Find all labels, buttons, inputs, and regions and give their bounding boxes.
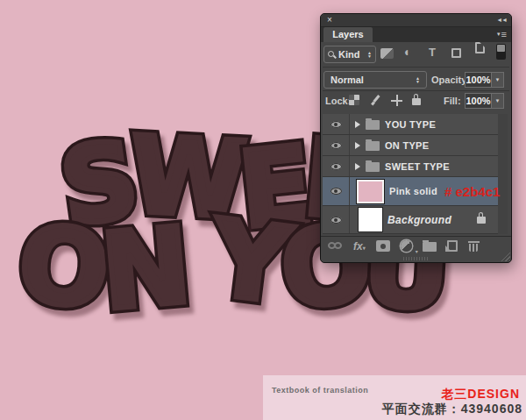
panel-bottom-bar: fx [321, 236, 511, 255]
layers-panel: × ◄◄ Layers ▼≡ Kind ▲▼ ◐ T Normal ▲▼ [320, 13, 512, 263]
group-folder-icon [366, 120, 380, 130]
layer-style-fx-icon[interactable]: fx [353, 240, 366, 253]
layer-row-on-type[interactable]: ON TYPE [323, 135, 498, 156]
kind-filter-dropdown[interactable]: Kind ▲▼ [323, 46, 376, 63]
group-folder-icon [366, 141, 380, 151]
layer-row-pink-solid[interactable]: Pink solid # e2b4c1 [323, 177, 498, 206]
eye-icon[interactable] [331, 121, 342, 128]
eye-icon[interactable] [331, 163, 342, 170]
lock-all-icon[interactable] [412, 98, 421, 105]
fill-label: Fill: [444, 96, 461, 106]
updown-arrows-icon: ▲▼ [367, 51, 372, 58]
lock-paint-icon[interactable] [371, 95, 382, 106]
panel-menu-icon[interactable]: ▼≡ [496, 29, 507, 40]
photoshop-workspace: SWEET ONYOU Textbook of translation 老三DE… [0, 0, 526, 420]
lock-label: Lock: [325, 96, 351, 106]
expand-caret-icon[interactable] [355, 121, 360, 128]
layer-name[interactable]: ON TYPE [385, 140, 429, 151]
opacity-field[interactable]: 100% ▼ [465, 72, 504, 88]
blend-row: Normal ▲▼ Opacity: 100% ▼ [321, 69, 511, 90]
visibility-cell[interactable] [323, 177, 350, 205]
visibility-cell[interactable] [323, 114, 350, 134]
group-folder-icon [366, 162, 380, 172]
layer-name[interactable]: Background [387, 214, 451, 226]
divider [323, 67, 509, 68]
opacity-value[interactable]: 100% [465, 72, 492, 88]
delete-layer-icon[interactable] [468, 240, 480, 252]
layer-row-you-type[interactable]: YOU TYPE [323, 114, 498, 135]
filter-row: Kind ▲▼ ◐ T [321, 42, 511, 67]
new-layer-icon[interactable] [447, 240, 458, 252]
adjustment-layer-icon[interactable] [401, 240, 412, 252]
eye-icon[interactable] [331, 217, 342, 224]
expand-caret-icon[interactable] [355, 142, 360, 149]
filter-type-layers-icon[interactable]: T [429, 46, 436, 59]
fill-value[interactable]: 100% [465, 93, 492, 109]
eye-icon[interactable] [331, 142, 342, 149]
layer-list: YOU TYPE ON TYPE SWEET TYPE [323, 114, 508, 234]
blend-mode-dropdown[interactable]: Normal ▲▼ [323, 71, 427, 89]
eye-icon[interactable] [331, 188, 342, 195]
translation-note: Textbook of translation [272, 386, 368, 395]
visibility-cell[interactable] [323, 156, 350, 176]
lock-transparency-icon[interactable] [349, 95, 359, 105]
expand-caret-icon[interactable] [355, 163, 360, 170]
lock-icon [477, 217, 486, 224]
layer-thumbnail[interactable] [359, 208, 382, 231]
brand-text: 老三DESIGN [441, 387, 520, 402]
collapse-panel-icon[interactable]: ◄◄ [496, 14, 507, 26]
chevron-down-icon[interactable]: ▼ [492, 93, 504, 109]
watermark-strip: Textbook of translation 老三DESIGN 平面交流群：4… [263, 375, 526, 420]
tab-layers[interactable]: Layers [323, 27, 373, 42]
fill-field[interactable]: 100% ▼ [465, 93, 504, 109]
hex-annotation: # e2b4c1 [444, 184, 500, 199]
layer-name[interactable]: Pink solid [389, 186, 437, 196]
layer-thumbnail[interactable] [357, 180, 384, 203]
lock-position-icon[interactable] [391, 95, 402, 106]
blend-mode-value: Normal [331, 75, 364, 85]
qq-group-text: 平面交流群：43940608 [382, 402, 522, 417]
kind-label: Kind [338, 49, 359, 60]
new-group-icon[interactable] [423, 242, 437, 252]
panel-tabstrip: Layers ▼≡ [321, 27, 511, 42]
filter-adjustment-layers-icon[interactable]: ◐ [404, 45, 411, 59]
chevron-down-icon[interactable]: ▼ [492, 72, 504, 88]
filter-shape-layers-icon[interactable] [451, 48, 461, 58]
divider [323, 90, 509, 91]
visibility-cell[interactable] [323, 135, 350, 155]
link-layers-icon[interactable] [328, 242, 343, 250]
filter-pixel-layers-icon[interactable] [380, 48, 394, 59]
filter-smart-object-icon[interactable] [475, 42, 485, 53]
panel-drag-handle[interactable] [403, 257, 430, 260]
lock-row: Lock: Fill: 100% ▼ [321, 92, 511, 113]
filter-toggle-switch[interactable] [496, 44, 506, 60]
layer-name[interactable]: SWEET TYPE [385, 161, 450, 172]
add-layer-mask-icon[interactable] [376, 240, 390, 252]
panel-titlebar[interactable]: × ◄◄ [321, 14, 511, 27]
updown-arrows-icon: ▲▼ [416, 76, 420, 83]
close-icon[interactable]: × [327, 14, 332, 26]
layer-row-sweet-type[interactable]: SWEET TYPE [323, 156, 498, 177]
scroll-gutter [498, 114, 508, 234]
visibility-cell[interactable] [323, 206, 350, 233]
layer-row-background[interactable]: Background [323, 206, 498, 234]
search-icon [328, 51, 336, 59]
layer-name[interactable]: YOU TYPE [385, 119, 436, 130]
